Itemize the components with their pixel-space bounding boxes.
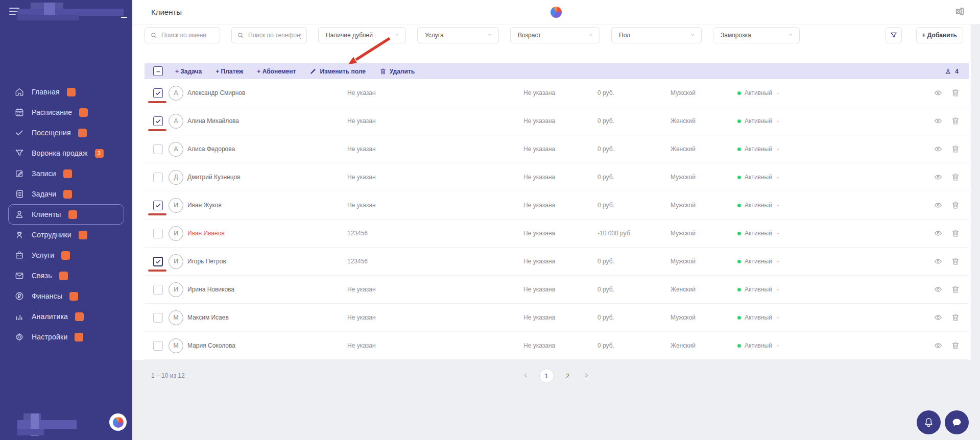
add-subscription-button[interactable]: + Абонемент [257,68,296,75]
table-row[interactable]: И Иван Жуков Не указан Не указана 0 руб.… [145,191,969,219]
delete-row-button[interactable] [950,229,960,238]
status-badge[interactable]: Активный [737,145,923,153]
chat-icon [951,417,963,428]
next-page-button[interactable] [582,371,592,381]
sidebar-item-check[interactable]: Посещения [8,123,124,143]
view-button[interactable] [933,173,943,182]
avatar: А [169,86,183,101]
add-task-button[interactable]: + Задача [175,68,202,75]
view-button[interactable] [933,313,943,323]
export-excel-button[interactable] [953,6,966,18]
sidebar-item-home[interactable]: Главная [8,82,124,102]
client-name[interactable]: Ирина Новикова [187,286,347,293]
sidebar-item-mail[interactable]: Связь [8,265,124,286]
search-by-name-field[interactable] [145,27,220,43]
status-badge[interactable]: Активный [737,258,923,265]
client-name[interactable]: Дмитрий Кузнецов [187,174,347,181]
table-row[interactable]: А Александр Смирнов Не указан Не указана… [145,79,969,107]
table-row[interactable]: А Алиса Федорова Не указан Не указана 0 … [145,135,969,163]
search-by-phone-input[interactable] [248,32,301,39]
status-badge[interactable]: Активный [737,314,923,321]
view-button[interactable] [933,201,943,210]
prev-page-button[interactable] [521,371,531,381]
status-badge[interactable]: Активный [737,286,923,293]
row-checkbox[interactable] [153,341,163,351]
delete-row-button[interactable] [950,144,960,154]
delete-row-button[interactable] [950,201,960,210]
page-button-2[interactable]: 2 [562,369,573,383]
delete-row-button[interactable] [950,257,960,266]
row-checkbox[interactable] [153,257,163,266]
status-badge[interactable]: Активный [737,117,923,125]
client-name[interactable]: Александр Смирнов [187,89,347,96]
filter-dropdown-2[interactable]: Услуга [417,27,499,43]
sidebar-item-staff[interactable]: Сотрудники [8,225,124,245]
status-badge[interactable]: Активный [737,89,923,96]
add-client-button[interactable]: + Добавить [916,27,963,43]
table-row[interactable]: М Максим Исаев Не указан Не указана 0 ру… [145,304,969,332]
delete-row-button[interactable] [950,285,960,295]
delete-row-button[interactable] [950,313,960,323]
view-button[interactable] [933,116,943,126]
table-row[interactable]: А Алина Михайлова Не указан Не указана 0… [145,107,969,135]
table-row[interactable]: И Игорь Петров 123456 Не указана 0 руб. … [145,248,969,276]
sidebar-item-settings[interactable]: Настройки [8,327,124,347]
client-name[interactable]: Мария Соколова [187,342,347,349]
delete-button[interactable]: Удалить [379,68,415,75]
client-name[interactable]: Иван Жуков [187,202,347,209]
row-checkbox[interactable] [153,285,163,295]
row-checkbox[interactable] [153,88,163,98]
edit-field-button[interactable]: Изменить поле [309,68,365,75]
delete-row-button[interactable] [950,173,960,182]
search-by-name-input[interactable] [161,32,214,39]
view-button[interactable] [933,229,943,238]
status-badge[interactable]: Активный [737,230,923,237]
sidebar-item-edit[interactable]: Записи [8,163,124,184]
filter-dropdown-3[interactable]: Возраст [510,27,600,43]
row-checkbox[interactable] [153,144,163,154]
status-badge[interactable]: Активный [737,342,923,349]
client-name[interactable]: Максим Исаев [187,314,347,321]
row-checkbox[interactable] [153,116,163,126]
client-name[interactable]: Алиса Федорова [187,145,347,153]
sidebar-item-services[interactable]: Услуги [8,245,124,265]
row-checkbox[interactable] [153,313,163,323]
sidebar-item-analytics[interactable]: Аналитика [8,306,124,327]
chat-button[interactable] [945,410,969,434]
table-row[interactable]: М Мария Соколова Не указан Не указана 0 … [145,332,969,360]
row-checkbox[interactable] [153,173,163,182]
view-button[interactable] [933,144,943,154]
delete-row-button[interactable] [950,88,960,98]
notifications-button[interactable] [917,410,941,434]
filter-dropdown-1[interactable]: Наличие дублей [318,27,406,43]
sidebar-item-clients[interactable]: Клиенты [8,204,124,225]
view-button[interactable] [933,285,943,295]
sidebar-item-funnel[interactable]: Воронка продаж 3 [8,143,124,163]
sidebar-item-tasks[interactable]: Задачи [8,184,124,204]
table-row[interactable]: Д Дмитрий Кузнецов Не указан Не указана … [145,163,969,191]
view-button[interactable] [933,88,943,98]
client-name[interactable]: Игорь Петров [187,258,347,265]
add-payment-button[interactable]: + Платеж [216,68,243,75]
status-badge[interactable]: Активный [737,174,923,181]
sidebar-item-calendar[interactable]: Расписание [8,102,124,123]
client-name[interactable]: Иван Иванов [187,230,347,237]
view-button[interactable] [933,341,943,351]
table-row[interactable]: И Ирина Новикова Не указан Не указана 0 … [145,276,969,304]
delete-row-button[interactable] [950,116,960,126]
page-button-1[interactable]: 1 [539,369,554,383]
table-row[interactable]: И Иван Иванов 123456 Не указана -10 000 … [145,219,969,248]
advanced-filter-button[interactable] [886,27,902,43]
select-all-checkbox[interactable]: – [153,66,163,76]
search-by-phone-field[interactable] [231,27,307,43]
row-checkbox[interactable] [153,201,163,210]
filter-dropdown-5[interactable]: Заморозка [713,27,800,43]
row-checkbox[interactable] [153,229,163,238]
export-excel-icon [954,6,965,17]
status-badge[interactable]: Активный [737,202,923,209]
view-button[interactable] [933,257,943,266]
delete-row-button[interactable] [950,341,960,351]
client-name[interactable]: Алина Михайлова [187,117,347,125]
sidebar-item-finance[interactable]: Финансы [8,286,124,306]
filter-dropdown-4[interactable]: Пол [611,27,702,43]
